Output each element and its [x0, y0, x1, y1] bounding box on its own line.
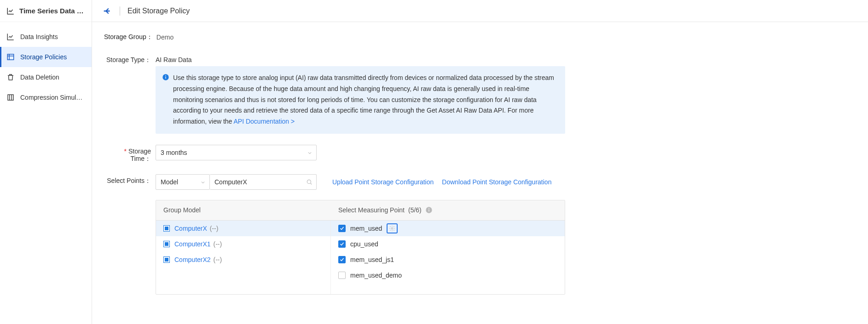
points-controls: Model ComputerX Upl: [156, 174, 856, 190]
svg-rect-3: [165, 77, 166, 79]
back-button[interactable]: [102, 6, 112, 16]
storage-time-body: 3 months: [156, 145, 856, 160]
sidebar-item-label: Data Deletion: [20, 74, 59, 81]
measuring-point-row[interactable]: mem_used_js1: [331, 252, 565, 267]
gear-badge[interactable]: [387, 223, 398, 233]
api-doc-link[interactable]: API Documentation >: [234, 118, 295, 125]
chart-line-icon: [6, 7, 15, 15]
upload-config-link[interactable]: Upload Point Storage Configuration: [332, 178, 434, 186]
content: Storage Group： Demo Storage Type： AI Raw…: [92, 22, 868, 324]
measuring-point-name: mem_used_js1: [350, 256, 394, 263]
model-search-group: Model ComputerX: [156, 174, 317, 190]
storage-group-label: Storage Group：: [104, 33, 153, 41]
storage-group-value: Demo: [156, 34, 174, 41]
checkbox-indeterminate-icon[interactable]: [163, 241, 170, 247]
storage-type-label: Storage Type：: [104, 55, 156, 64]
svg-point-9: [392, 227, 393, 229]
sidebar-item-compression-simul[interactable]: Compression Simul…: [0, 87, 92, 108]
sidebar: Time Series Data … Data Insights Storage…: [0, 0, 92, 324]
measuring-point-row[interactable]: mem_used_demo: [331, 267, 565, 283]
links-group: Upload Point Storage Configuration Downl…: [332, 178, 551, 186]
storage-group-row: Storage Group： Demo: [104, 33, 856, 41]
col-measuring-point: Select Measuring Point (5/6): [331, 200, 565, 220]
group-model-name: ComputerX1: [174, 240, 211, 248]
chart-icon: [6, 33, 15, 41]
info-text: Use this storage type to store analog in…: [173, 74, 554, 125]
col-points-count: (5/6): [408, 206, 422, 214]
model-select[interactable]: Model: [156, 174, 210, 190]
storage-time-select[interactable]: 3 months: [156, 145, 317, 160]
topbar: Edit Storage Policy: [92, 0, 868, 22]
model-search-input[interactable]: ComputerX: [210, 174, 317, 190]
svg-point-8: [428, 208, 429, 209]
info-icon[interactable]: [425, 206, 433, 214]
measuring-point-name: mem_used: [350, 225, 382, 232]
sidebar-item-data-deletion[interactable]: Data Deletion: [0, 67, 92, 87]
sidebar-item-label: Storage Policies: [20, 53, 67, 61]
group-model-row[interactable]: ComputerX1 (--): [156, 236, 330, 252]
main: Edit Storage Policy Storage Group： Demo …: [92, 0, 868, 324]
info-icon: [162, 74, 169, 81]
group-model-row[interactable]: ComputerX2 (--): [156, 252, 330, 267]
measuring-point-name: mem_used_demo: [350, 272, 402, 279]
group-model-row[interactable]: ComputerX (--): [156, 221, 330, 236]
svg-point-5: [307, 180, 311, 183]
select-points-body: Model ComputerX Upl: [156, 174, 856, 295]
sidebar-items: Data Insights Storage Policies Data Dele…: [0, 22, 92, 108]
sidebar-item-storage-policies[interactable]: Storage Policies: [0, 47, 92, 67]
sidebar-item-data-insights[interactable]: Data Insights: [0, 27, 92, 47]
group-model-name: ComputerX2: [174, 256, 211, 263]
col-points-label: Select Measuring Point: [338, 206, 405, 214]
measuring-point-row[interactable]: mem_used: [331, 221, 565, 236]
group-model-name: ComputerX: [174, 225, 207, 232]
checkbox-checked-icon[interactable]: [338, 256, 346, 263]
group-model-suffix: (--): [208, 225, 219, 232]
checkbox-checked-icon[interactable]: [338, 225, 346, 232]
model-select-value: Model: [161, 178, 178, 186]
svg-rect-1: [8, 95, 13, 100]
group-model-suffix: (--): [212, 256, 222, 263]
info-box: Use this storage type to store analog in…: [156, 66, 565, 134]
checkbox-indeterminate-icon[interactable]: [163, 225, 170, 232]
sidebar-item-label: Compression Simul…: [20, 94, 82, 101]
divider: [120, 6, 120, 16]
measuring-point-list: mem_used cpu_used mem: [331, 221, 565, 294]
compress-icon: [6, 93, 15, 102]
svg-rect-0: [7, 54, 14, 60]
select-points-row: Select Points： Model ComputerX: [104, 174, 856, 295]
svg-rect-7: [428, 210, 429, 212]
storage-type-value: AI Raw Data: [156, 55, 856, 63]
measuring-point-row[interactable]: cpu_used: [331, 236, 565, 252]
points-table: Group Model Select Measuring Point (5/6): [156, 200, 565, 295]
page-title: Edit Storage Policy: [127, 7, 190, 15]
points-table-body: ComputerX (--) ComputerX1 (--) ComputerX…: [156, 221, 565, 294]
storage-time-label: Storage Time：: [104, 145, 156, 163]
storage-type-body: AI Raw Data Use this storage type to sto…: [156, 55, 856, 134]
chevron-down-icon: [200, 179, 206, 185]
checkbox-unchecked-icon[interactable]: [338, 272, 346, 279]
group-model-suffix: (--): [212, 240, 222, 248]
svg-point-4: [165, 75, 166, 76]
points-table-header: Group Model Select Measuring Point (5/6): [156, 200, 565, 221]
list-icon: [6, 53, 15, 61]
trash-icon: [6, 73, 15, 81]
download-config-link[interactable]: Download Point Storage Configuration: [442, 178, 551, 186]
storage-time-value: 3 months: [161, 149, 187, 156]
storage-type-row: Storage Type： AI Raw Data Use this stora…: [104, 55, 856, 134]
sidebar-title: Time Series Data …: [19, 7, 84, 15]
sidebar-item-label: Data Insights: [20, 33, 58, 40]
search-icon: [306, 179, 312, 185]
checkbox-indeterminate-icon[interactable]: [163, 256, 170, 263]
col-group-model: Group Model: [156, 200, 331, 220]
measuring-point-name: cpu_used: [350, 240, 378, 248]
checkbox-checked-icon[interactable]: [338, 240, 346, 248]
sidebar-header: Time Series Data …: [0, 0, 92, 22]
storage-time-row: Storage Time： 3 months: [104, 145, 856, 163]
group-model-list: ComputerX (--) ComputerX1 (--) ComputerX…: [156, 221, 331, 294]
select-points-label: Select Points：: [104, 174, 156, 185]
chevron-down-icon: [307, 150, 312, 155]
search-value: ComputerX: [214, 178, 247, 186]
